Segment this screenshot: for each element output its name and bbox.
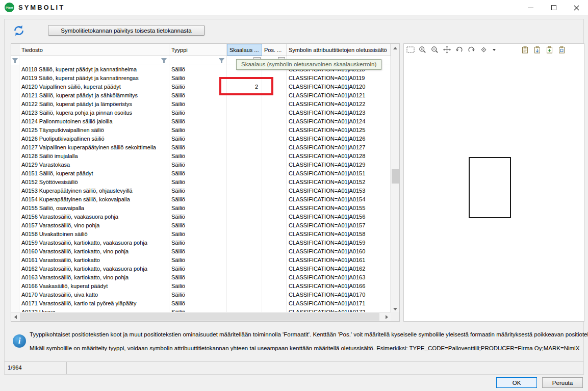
row-selector-cell[interactable] (11, 256, 19, 265)
row-selector-cell[interactable] (11, 213, 19, 221)
table-row[interactable]: A0162 Varastosäiliö, kartiokatto, vaakas… (11, 265, 391, 273)
row-selector-cell[interactable] (11, 195, 19, 204)
cell-tiedosto: A0158 Uivakattoinen säiliö (19, 230, 169, 239)
close-button[interactable] (565, 0, 588, 15)
row-selector-cell[interactable] (11, 117, 19, 126)
column-header-tiedosto[interactable]: Tiedosto (19, 44, 169, 56)
rotate-ccw-icon[interactable] (455, 45, 464, 54)
table-row[interactable]: A0170 Varastosäiliö, uiva katto Säiliö C… (11, 291, 391, 299)
table-row[interactable]: A0119 Säiliö, kuperat päädyt ja kannatin… (11, 74, 391, 83)
table-row[interactable]: A0123 Säiliö, kupera pohja ja pinnan oso… (11, 109, 391, 117)
clipboard-paste-special-icon[interactable] (557, 45, 566, 54)
column-header-pos[interactable]: Pos. ... (262, 44, 287, 56)
center-symbol-dropdown[interactable] (492, 49, 496, 51)
table-row[interactable]: A0126 Puoliputkivaipallinen säiliö Säili… (11, 135, 391, 143)
table-row[interactable]: A0161 Varastosäiliö, kartiokatto Säiliö … (11, 256, 391, 265)
column-header-skaalaus[interactable]: Skaalaus ... (227, 44, 262, 56)
table-row[interactable]: A0157 Varastosäiliö, vino pohja Säiliö C… (11, 221, 391, 230)
table-row[interactable]: A0154 Kuperapäätyinen säiliö, kokovaipal… (11, 195, 391, 204)
table-row[interactable]: A0129 Varastokasa Säiliö CLASSIFICATION=… (11, 161, 391, 169)
table-row[interactable]: A0166 Vaakasäiliö, kuperat päädyt Säiliö… (11, 282, 391, 291)
zoom-window-icon[interactable] (406, 45, 415, 54)
scroll-left-button[interactable] (11, 312, 19, 321)
row-selector-cell[interactable] (11, 169, 19, 178)
table-row[interactable]: A0124 Pallonmuotoinen säiliö jaloilla Sä… (11, 117, 391, 126)
rotate-cw-icon[interactable] (467, 45, 476, 54)
filter-cell-tiedosto[interactable] (19, 56, 169, 65)
row-selector-cell[interactable] (11, 126, 19, 135)
clipboard-paste-icon[interactable] (533, 45, 542, 54)
row-selector-cell[interactable] (11, 230, 19, 239)
row-selector-cell[interactable] (11, 291, 19, 299)
row-selector-cell[interactable] (11, 204, 19, 213)
column-header-attr[interactable]: Symbolin attribuuttitietojen oletussisäl… (287, 44, 391, 56)
cell-tyyppi: Säiliö (169, 195, 227, 204)
cell-tiedosto: A0129 Varastokasa (19, 161, 169, 169)
cell-pos (262, 256, 287, 265)
refresh-icon[interactable] (13, 24, 25, 37)
row-selector-cell[interactable] (11, 83, 19, 91)
row-selector-cell[interactable] (11, 109, 19, 117)
table-row[interactable]: A0158 Uivakattoinen säiliö Säiliö CLASSI… (11, 230, 391, 239)
row-selector-cell[interactable] (11, 299, 19, 308)
cancel-button[interactable]: Peruuta (542, 377, 583, 388)
app-logo-text: Plant (6, 6, 13, 9)
vertical-scroll-thumb[interactable] (392, 169, 399, 184)
clipboard-copy-icon[interactable] (521, 45, 529, 54)
row-selector-cell[interactable] (11, 161, 19, 169)
vertical-scrollbar[interactable] (391, 44, 399, 313)
row-selector-cell[interactable] (11, 152, 19, 161)
table-row[interactable]: A0156 Varastosäiliö, vaakasuora pohja Sä… (11, 213, 391, 221)
table-row[interactable]: A0163 Varastosäiliö, kartiokatto, vino p… (11, 273, 391, 282)
column-header-tyyppi[interactable]: Tyyppi (169, 44, 227, 56)
table-row[interactable]: A0125 Täysputkivaipallinen säiliö Säiliö… (11, 126, 391, 135)
row-selector-cell[interactable] (11, 282, 19, 291)
table-row[interactable]: A0127 Vaipallinen kuperapäätyinen säiliö… (11, 143, 391, 152)
horizontal-scroll-track[interactable] (19, 312, 382, 321)
filter-cell-tyyppi[interactable] (169, 56, 227, 65)
zoom-out-icon[interactable] (430, 45, 439, 54)
row-selector-cell[interactable] (11, 187, 19, 195)
row-selector-cell[interactable] (11, 221, 19, 230)
row-selector-cell[interactable] (11, 100, 19, 109)
table-row[interactable]: A0151 Säiliö, kuperat päädyt Säiliö CLAS… (11, 169, 391, 178)
table-row[interactable]: A0122 Säiliö, kuperat päädyt ja lämpöeri… (11, 100, 391, 109)
info-text-2: Mikäli symbolille on määritelty tyyppi, … (30, 345, 579, 351)
row-selector-cell[interactable] (11, 239, 19, 247)
horizontal-scrollbar[interactable] (11, 312, 391, 321)
update-from-database-button[interactable]: Symbolitietokannan päivitys toisesta tie… (48, 25, 204, 36)
row-selector-cell[interactable] (11, 135, 19, 143)
maximize-button[interactable] (542, 0, 565, 15)
clipboard-copy-special-icon[interactable] (545, 45, 554, 54)
row-selector-cell[interactable] (11, 265, 19, 273)
row-selector-cell[interactable] (11, 273, 19, 282)
row-selector-cell[interactable] (11, 143, 19, 152)
filter-funnel-icon[interactable] (219, 58, 224, 63)
table-row[interactable]: A0121 Säiliö, kuperat päädyt ja sähköläm… (11, 91, 391, 100)
table-row[interactable]: A0152 Syöttövesisäiliö Säiliö CLASSIFICA… (11, 178, 391, 187)
scroll-up-button[interactable] (391, 44, 399, 52)
filter-funnel-icon[interactable] (12, 58, 18, 63)
table-row[interactable]: A0128 Säiliö imujalalla Säiliö CLASSIFIC… (11, 152, 391, 161)
pan-icon[interactable] (443, 45, 451, 54)
minimize-button[interactable] (519, 0, 542, 15)
row-selector-cell[interactable] (11, 74, 19, 83)
ok-button[interactable]: OK (496, 377, 537, 388)
scroll-right-button[interactable] (382, 312, 391, 321)
table-row[interactable]: A0153 Kuperapäätyinen säiliö, ohjauslevy… (11, 187, 391, 195)
table-row[interactable]: A0160 Varastosäiliö, kartiokatto, vino p… (11, 247, 391, 256)
row-selector-cell[interactable] (11, 247, 19, 256)
preview-canvas[interactable] (404, 56, 584, 321)
table-row[interactable]: A0120 Vaipallinen säiliö, kuperat päädyt… (11, 83, 391, 91)
cell-attr: CLASSIFICATION=A01|A0156 (287, 213, 391, 221)
horizontal-scroll-thumb[interactable] (20, 313, 379, 321)
row-selector-cell[interactable] (11, 65, 19, 74)
table-row[interactable]: A0159 Varastosäiliö, kartiokatto, vaakas… (11, 239, 391, 247)
center-symbol-icon[interactable] (479, 45, 488, 54)
table-row[interactable]: A0155 Säiliö, osavaipalla Säiliö CLASSIF… (11, 204, 391, 213)
table-row[interactable]: A0171 Varastosäiliö, kartio tai pyöreä y… (11, 299, 391, 308)
filter-funnel-icon[interactable] (161, 58, 167, 63)
row-selector-cell[interactable] (11, 91, 19, 100)
row-selector-cell[interactable] (11, 178, 19, 187)
zoom-in-icon[interactable] (418, 45, 427, 54)
